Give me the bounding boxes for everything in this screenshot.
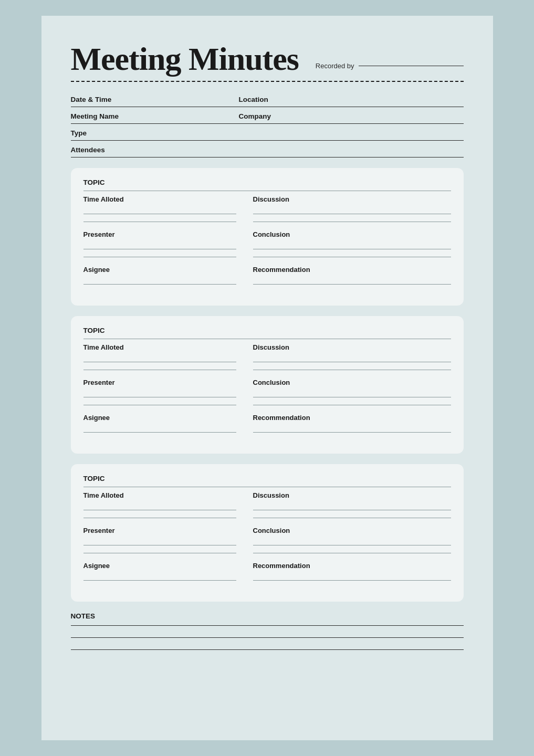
asignee-3-label: Asignee <box>83 562 236 570</box>
time-alloted-1-line <box>83 214 236 214</box>
conclusion-3-line <box>253 545 451 545</box>
meeting-name-label: Meeting Name <box>71 112 239 120</box>
header-section: Meeting Minutes Recorded by <box>71 41 464 77</box>
presenter-3-label: Presenter <box>83 527 236 534</box>
company-label: Company <box>239 112 464 120</box>
presenter-1-line <box>83 249 236 249</box>
presenter-1-extra <box>83 257 236 257</box>
conclusion-1-extra <box>253 257 451 257</box>
notes-label: NOTES <box>71 612 464 620</box>
presenter-3-extra <box>83 553 236 553</box>
conclusion-2-label: Conclusion <box>253 379 451 386</box>
conclusion-1-block: Conclusion <box>253 230 451 257</box>
discussion-3-extra <box>253 518 451 518</box>
time-alloted-3-line <box>83 510 236 510</box>
asignee-2-block: Asignee <box>83 414 236 433</box>
time-alloted-1-block: Time Alloted <box>83 195 236 222</box>
discussion-2-block: Discussion <box>253 343 451 370</box>
topic-2-row-1: Time Alloted Presenter Asignee Discussio… <box>83 343 451 441</box>
info-row-meeting-company: Meeting Name Company <box>71 107 464 124</box>
time-alloted-3-label: Time Alloted <box>83 491 236 499</box>
type-label: Type <box>71 129 239 137</box>
presenter-2-block: Presenter <box>83 379 236 405</box>
topic-card-1: TOPIC Time Alloted Presenter Asignee <box>71 168 464 306</box>
conclusion-3-extra <box>253 553 451 553</box>
recorded-by-label: Recorded by <box>316 62 354 70</box>
topic-3-left-col-1: Time Alloted Presenter Asignee <box>83 491 249 589</box>
recommendation-2-block: Recommendation <box>253 414 451 433</box>
discussion-3-label: Discussion <box>253 491 451 499</box>
recommendation-2-label: Recommendation <box>253 414 451 422</box>
info-row-type: Type <box>71 124 464 141</box>
notes-line-1 <box>71 625 464 626</box>
topic-2-label: TOPIC <box>83 327 451 339</box>
recorded-by-section: Recorded by <box>316 41 464 70</box>
conclusion-3-block: Conclusion <box>253 527 451 553</box>
discussion-2-label: Discussion <box>253 343 451 351</box>
attendees-label: Attendees <box>71 146 239 154</box>
recommendation-3-block: Recommendation <box>253 562 451 581</box>
recommendation-1-block: Recommendation <box>253 266 451 285</box>
conclusion-1-label: Conclusion <box>253 230 451 238</box>
time-alloted-1-extra <box>83 222 236 222</box>
discussion-3-line <box>253 510 451 510</box>
conclusion-2-block: Conclusion <box>253 379 451 405</box>
recommendation-1-label: Recommendation <box>253 266 451 274</box>
presenter-2-label: Presenter <box>83 379 236 386</box>
time-alloted-3-extra <box>83 518 236 518</box>
notes-section: NOTES <box>71 612 464 650</box>
presenter-3-block: Presenter <box>83 527 236 553</box>
asignee-1-line <box>83 284 236 285</box>
topic-3-right-col-1: Discussion Conclusion Recommendation <box>249 491 451 589</box>
presenter-2-extra <box>83 405 236 405</box>
discussion-2-line <box>253 362 451 362</box>
presenter-2-line <box>83 397 236 397</box>
asignee-1-label: Asignee <box>83 266 236 274</box>
notes-line-3 <box>71 649 464 650</box>
asignee-2-label: Asignee <box>83 414 236 422</box>
time-alloted-2-line <box>83 362 236 362</box>
dashed-divider <box>71 81 464 82</box>
discussion-2-extra <box>253 370 451 370</box>
conclusion-3-label: Conclusion <box>253 527 451 534</box>
discussion-1-block: Discussion <box>253 195 451 222</box>
topic-2-left-col-1: Time Alloted Presenter Asignee <box>83 343 249 441</box>
presenter-1-block: Presenter <box>83 230 236 257</box>
info-grid: Date & Time Location Meeting Name Compan… <box>71 90 464 158</box>
asignee-1-block: Asignee <box>83 266 236 285</box>
notes-line-2 <box>71 637 464 638</box>
time-alloted-2-label: Time Alloted <box>83 343 236 351</box>
discussion-3-block: Discussion <box>253 491 451 518</box>
conclusion-2-extra <box>253 405 451 405</box>
location-label: Location <box>239 96 464 103</box>
topic-3-row-1: Time Alloted Presenter Asignee Discussio… <box>83 491 451 589</box>
info-row-date-location: Date & Time Location <box>71 90 464 107</box>
date-time-label: Date & Time <box>71 96 239 103</box>
page-title: Meeting Minutes <box>71 41 299 77</box>
topic-card-2: TOPIC Time Alloted Presenter Asignee <box>71 316 464 454</box>
topic-card-3: TOPIC Time Alloted Presenter Asignee <box>71 464 464 602</box>
conclusion-1-line <box>253 249 451 249</box>
recommendation-3-line <box>253 580 451 581</box>
topic-1-left-col-1: Time Alloted Presenter Asignee <box>83 195 249 293</box>
recommendation-3-label: Recommendation <box>253 562 451 570</box>
info-row-attendees: Attendees <box>71 141 464 158</box>
asignee-3-block: Asignee <box>83 562 236 581</box>
time-alloted-2-extra <box>83 370 236 370</box>
asignee-2-line <box>83 432 236 433</box>
page: Meeting Minutes Recorded by Date & Time … <box>41 16 493 740</box>
topic-3-label: TOPIC <box>83 475 451 487</box>
topic-2-right-col-1: Discussion Conclusion Recommendation <box>249 343 451 441</box>
presenter-3-line <box>83 545 236 545</box>
conclusion-2-line <box>253 397 451 397</box>
topic-1-right-col-1: Discussion Conclusion Recommendation <box>249 195 451 293</box>
discussion-1-line <box>253 214 451 214</box>
recommendation-2-line <box>253 432 451 433</box>
presenter-1-label: Presenter <box>83 230 236 238</box>
topic-1-row-1: Time Alloted Presenter Asignee Discussio… <box>83 195 451 293</box>
recommendation-1-line <box>253 284 451 285</box>
discussion-1-extra <box>253 222 451 222</box>
time-alloted-2-block: Time Alloted <box>83 343 236 370</box>
asignee-3-line <box>83 580 236 581</box>
recorded-by-line <box>359 66 464 66</box>
